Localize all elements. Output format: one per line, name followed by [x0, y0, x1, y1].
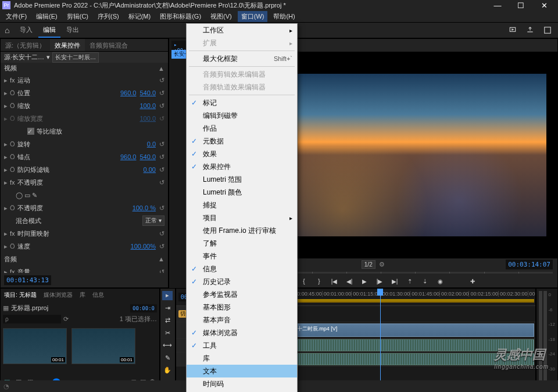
razor-tool[interactable]: ✂ [162, 329, 173, 338]
mark-in-button[interactable]: { [299, 276, 309, 286]
play-button[interactable]: ▶ [359, 276, 370, 286]
panel-tab[interactable]: 媒体浏览器 [40, 289, 76, 301]
menu-item[interactable]: 编辑到磁带 [187, 109, 297, 122]
pen-tool[interactable]: ✎ [162, 354, 173, 363]
menu-item[interactable]: 剪辑(C) [63, 11, 92, 22]
media-thumbnail[interactable] [3, 328, 67, 364]
effect-property-row[interactable]: ✓等比缩放 [1, 125, 168, 138]
menu-item[interactable]: 时间码 [187, 377, 297, 390]
menu-item[interactable]: 参考监视器 [187, 288, 297, 301]
menu-item[interactable]: Lumetri 范围 [187, 173, 297, 186]
program-monitor-video[interactable] [256, 74, 546, 236]
panel-tab[interactable]: 效果控件 [50, 39, 85, 51]
effect-property-row[interactable]: ▸Ö防闪烁滤镜0.00↺ [1, 163, 168, 176]
fullscreen-icon[interactable] [542, 24, 553, 36]
menu-item[interactable]: 了解 [187, 237, 297, 250]
menu-item[interactable]: Lumetri 颜色 [187, 186, 297, 199]
effect-property-row[interactable]: ▸fx音量↺ [1, 265, 168, 273]
menu-item[interactable]: ✓标记 [187, 96, 297, 109]
clip-dropdown[interactable]: 长安十二时辰… [52, 52, 99, 63]
menu-item[interactable]: ✓工具 [187, 339, 297, 352]
menu-item[interactable]: ✓信息 [187, 262, 297, 275]
effect-property-row[interactable]: 音频▲ [1, 253, 168, 265]
button-editor-button[interactable]: ✚ [467, 276, 478, 286]
workspace-tab[interactable]: 导出 [62, 23, 84, 38]
menu-item[interactable]: ✓历史记录 [187, 275, 297, 288]
menu-item[interactable]: ✓元数据 [187, 135, 297, 148]
extract-button[interactable]: ⇣ [420, 276, 430, 286]
maximize-button[interactable]: ☐ [509, 1, 532, 10]
effect-property-row[interactable]: ▸fx不透明度↺ [1, 176, 168, 189]
menu-item[interactable]: 库 [187, 352, 297, 365]
menu-item[interactable]: 使用 Frame.io 进行审核 [187, 224, 297, 237]
media-thumbnail[interactable] [71, 328, 135, 364]
close-button[interactable]: ✕ [532, 1, 556, 10]
menu-item[interactable]: 视图(V) [207, 11, 235, 22]
project-search-input[interactable] [3, 315, 61, 323]
menu-item[interactable]: 最大化框架Shift+` [187, 52, 297, 65]
menu-item[interactable]: 作品 [187, 122, 297, 135]
menu-item[interactable]: 项目 [187, 211, 297, 224]
panel-tab[interactable]: 项目: 无标题 [1, 289, 40, 301]
audio-clip[interactable] [285, 339, 534, 351]
ripple-edit-tool[interactable]: ⇄ [162, 316, 173, 325]
hand-tool[interactable]: ✋ [162, 366, 173, 375]
menu-item[interactable]: 编辑(E) [33, 11, 61, 22]
work-area-bar[interactable] [285, 299, 534, 303]
window-menu-dropdown[interactable]: 工作区扩展最大化框架Shift+`音频剪辑效果编辑器音频轨道效果编辑器✓标记编辑… [186, 23, 298, 392]
effect-property-row[interactable]: ▸fx运动↺ [1, 74, 168, 87]
panel-tab[interactable]: 库 [76, 289, 89, 301]
settings-icon[interactable]: ⚙ [379, 261, 385, 268]
workspace-tab[interactable]: 导入 [15, 23, 37, 38]
panel-tab[interactable]: 音频剪辑混合 [85, 39, 133, 51]
home-icon[interactable]: ⌂ [5, 26, 9, 35]
lift-button[interactable]: ⇡ [405, 276, 415, 286]
slip-tool[interactable]: ⟷ [162, 341, 173, 350]
effect-property-row[interactable]: ▸Ö锚点960.0540.0↺ [1, 150, 168, 163]
search-icon[interactable]: ⟳ [63, 315, 69, 323]
effect-property-row[interactable]: ◯ ▭ ✎ [1, 189, 168, 202]
menu-item[interactable]: ✓效果 [187, 148, 297, 160]
menu-item[interactable]: 序列(S) [94, 11, 123, 22]
effect-property-row[interactable]: ▸Ö不透明度100.0 %↺ [1, 202, 168, 214]
video-clip[interactable]: 长安十二时辰.mp4 [V] [285, 323, 534, 337]
timeline-playhead[interactable] [380, 289, 381, 390]
effect-property-row[interactable]: ▸fx时间重映射↺ [1, 227, 168, 240]
playback-resolution[interactable]: 1/2 [362, 260, 375, 269]
effects-timecode[interactable]: 00:01:43:13 [4, 275, 51, 285]
menu-item[interactable]: 基本声音 [187, 314, 297, 326]
step-forward-button[interactable]: |▶ [374, 276, 385, 286]
effect-property-row[interactable]: ▸Ö旋转0.0↺ [1, 138, 168, 150]
panel-tab[interactable]: 信息 [89, 289, 108, 301]
goto-in-button[interactable]: |◀ [329, 276, 339, 286]
menu-item[interactable]: 帮助(H) [270, 11, 298, 22]
step-back-button[interactable]: ◀| [344, 276, 355, 286]
menu-item[interactable]: 窗口(W) [238, 11, 268, 22]
menu-item[interactable]: 事件 [187, 250, 297, 262]
menu-item[interactable]: 标记(M) [125, 11, 155, 22]
menu-item[interactable]: 图形和标题(G) [156, 11, 205, 22]
menu-item[interactable]: ✓媒体浏览器 [187, 326, 297, 339]
selection-tool[interactable]: ▸ [162, 291, 173, 300]
share-icon[interactable] [524, 24, 536, 36]
menu-item[interactable]: 文本 [187, 365, 297, 377]
mark-out-button[interactable]: } [314, 276, 324, 286]
effect-property-row[interactable]: ▸Ö位置960.0540.0↺ [1, 87, 168, 99]
menu-item[interactable]: 文件(F) [2, 11, 30, 22]
menu-item[interactable]: 捕捉 [187, 199, 297, 211]
quick-export-icon[interactable] [507, 24, 518, 36]
effect-property-row[interactable]: 混合模式正常 ▾ [1, 214, 168, 227]
effect-property-row[interactable]: ▸Ö缩放100.0↺ [1, 99, 168, 112]
workspace-tab[interactable]: 编辑 [38, 23, 60, 38]
audio-clip[interactable] [285, 353, 534, 365]
effect-property-row[interactable]: ▸Ö速度100.00%↺ [1, 240, 168, 253]
minimize-button[interactable]: — [486, 1, 509, 10]
export-frame-button[interactable]: ◉ [435, 276, 445, 286]
effect-property-row[interactable]: ▸Ö缩放宽度100.0↺ [1, 112, 168, 125]
panel-tab[interactable]: 源:（无剪辑） [1, 39, 50, 51]
menu-item[interactable]: ✓效果控件 [187, 160, 297, 173]
goto-out-button[interactable]: ▶| [389, 276, 400, 286]
menu-item[interactable]: 基本图形 [187, 301, 297, 314]
menu-item[interactable]: 工作区 [187, 24, 297, 37]
track-select-tool[interactable]: ⇥ [162, 304, 173, 313]
